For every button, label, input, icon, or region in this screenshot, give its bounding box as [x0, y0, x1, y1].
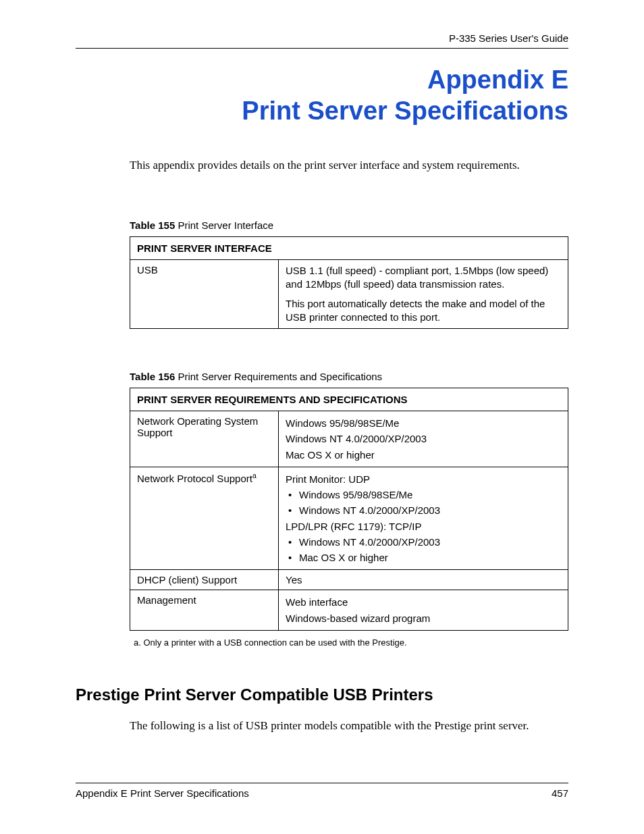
table-156-caption: Table 156 Print Server Requirements and …: [130, 371, 568, 382]
table-156-r2-b3: Windows NT 4.0/2000/XP/2003: [286, 534, 561, 550]
table-156-r2-label-text: Network Protocol Support: [137, 473, 252, 484]
table-156-r1-v2: Windows NT 4.0/2000/XP/2003: [286, 431, 561, 446]
table-156-r1-label: Network Operating System Support: [130, 411, 279, 467]
footer-left: Appendix E Print Server Specifications: [76, 787, 249, 799]
table-156-r1-value: Windows 95/98/98SE/Me Windows NT 4.0/200…: [279, 411, 568, 467]
header-rule: [76, 48, 568, 49]
table-155-row-value: USB 1.1 (full speed) - compliant port, 1…: [279, 260, 568, 329]
table-156-r4-v1: Web interface: [286, 594, 561, 610]
table-156-footnote: a. Only a printer with a USB connection …: [134, 637, 568, 648]
table-155-row-label: USB: [130, 260, 279, 329]
table-156-r2-value: Print Monitor: UDP Windows 95/98/98SE/Me…: [279, 467, 568, 570]
table-156-r2-label: Network Protocol Supporta: [130, 467, 279, 570]
table-156-r2-b4: Mac OS X or higher: [286, 550, 561, 565]
section-heading: Prestige Print Server Compatible USB Pri…: [76, 685, 568, 704]
table-155-header: PRINT SERVER INTERFACE: [130, 237, 568, 260]
table-156-r3-label: DHCP (client) Support: [130, 570, 279, 590]
table-156-r2-b2: Windows NT 4.0/2000/XP/2003: [286, 502, 561, 518]
footer-rule: [76, 783, 568, 783]
page-footer: Appendix E Print Server Specifications 4…: [76, 783, 568, 799]
table-155: PRINT SERVER INTERFACE USB USB 1.1 (full…: [130, 236, 568, 329]
appendix-title-line1: Appendix E: [76, 65, 568, 96]
table-156-caption-number: Table 156: [130, 371, 175, 382]
table-156-r4-value: Web interface Windows-based wizard progr…: [279, 590, 568, 631]
appendix-title: Appendix E Print Server Specifications: [76, 65, 568, 126]
table-156-r2-b1: Windows 95/98/98SE/Me: [286, 487, 561, 502]
table-155-caption-number: Table 155: [130, 219, 175, 231]
appendix-title-line2: Print Server Specifications: [76, 96, 568, 127]
table-155-caption: Table 155 Print Server Interface: [130, 219, 568, 231]
table-155-caption-text: Print Server Interface: [175, 219, 273, 231]
section-body: The following is a list of USB printer m…: [130, 719, 568, 733]
intro-paragraph: This appendix provides details on the pr…: [130, 159, 568, 172]
table-156-r4-v2: Windows-based wizard program: [286, 610, 561, 626]
table-155-p2: This port automatically detects the make…: [286, 297, 561, 325]
table-156-caption-text: Print Server Requirements and Specificat…: [175, 371, 382, 382]
table-156-r1-v1: Windows 95/98/98SE/Me: [286, 415, 561, 431]
table-156-r3-value: Yes: [279, 570, 568, 590]
table-156-header: PRINT SERVER REQUIREMENTS AND SPECIFICAT…: [130, 388, 568, 411]
table-156-r2-intro1: Print Monitor: UDP: [286, 471, 561, 487]
table-156-r2-intro2: LPD/LPR (RFC 1179): TCP/IP: [286, 519, 561, 534]
table-156-r2-sup: a: [252, 471, 257, 479]
footer-page-number: 457: [552, 787, 568, 799]
running-header: P-335 Series User's Guide: [76, 32, 568, 44]
table-156: PRINT SERVER REQUIREMENTS AND SPECIFICAT…: [130, 388, 568, 631]
table-156-r4-label: Management: [130, 590, 279, 631]
table-156-r1-v3: Mac OS X or higher: [286, 447, 561, 463]
table-155-p1: USB 1.1 (full speed) - compliant port, 1…: [286, 264, 561, 292]
